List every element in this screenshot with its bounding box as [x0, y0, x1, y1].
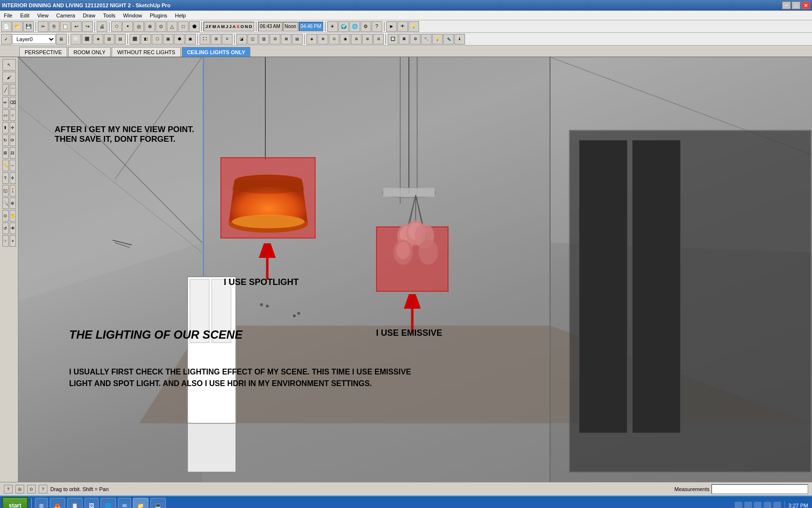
zoomfit-tool[interactable]: ⊙ — [2, 210, 9, 222]
walk-tool[interactable]: 🚶 — [10, 185, 16, 196]
vray-icon-11[interactable]: 🔧 — [421, 34, 432, 45]
vray-icon-2[interactable]: ⊕ — [318, 34, 328, 45]
menu-edit[interactable]: Edit — [16, 12, 33, 19]
tb2-icon-4[interactable]: ▦ — [163, 34, 174, 45]
vray-icon-8[interactable]: 🔲 — [388, 34, 398, 45]
tb2-icon-6[interactable]: ▣ — [185, 34, 196, 45]
offset-tool[interactable]: ⊟ — [10, 147, 16, 159]
tb2-icon-12[interactable]: ▥ — [259, 34, 269, 45]
view-front[interactable]: ⬛ — [82, 34, 92, 45]
paint-tool[interactable]: 🖌 — [2, 72, 16, 83]
view-iso[interactable]: ◈ — [93, 34, 103, 45]
tb-icon-2[interactable]: ✦ — [122, 21, 133, 32]
view-top[interactable]: ⬜ — [71, 34, 81, 45]
taskbar-app-5[interactable]: 🌐 — [101, 498, 116, 508]
vray-icon-10[interactable]: ⚙ — [410, 34, 420, 45]
taskbar-app-8[interactable]: 💻 — [150, 498, 166, 508]
push-tool[interactable]: ⬆ — [2, 122, 9, 134]
menu-draw[interactable]: Draw — [79, 12, 99, 19]
layer-btn[interactable]: ⊞ — [56, 34, 67, 45]
menu-help[interactable]: Help — [171, 12, 190, 19]
select-tool[interactable]: ↖ — [2, 59, 16, 71]
view-icon[interactable]: 👁 — [397, 21, 408, 32]
menu-window[interactable]: Window — [119, 12, 146, 19]
axis-tool[interactable]: ✛ — [10, 172, 16, 184]
tb-icon-4[interactable]: ⊕ — [145, 21, 155, 32]
section-tool[interactable]: ◱ — [2, 185, 9, 196]
tab-room-only[interactable]: ROOM ONLY — [68, 47, 111, 57]
tab-ceiling-lights[interactable]: CEILING LIGHTS ONLY — [182, 47, 251, 57]
tb2-icon-2[interactable]: ◧ — [141, 34, 151, 45]
tb-icon-6[interactable]: △ — [167, 21, 177, 32]
rect-tool[interactable]: ▭ — [2, 109, 9, 121]
status-help-icon[interactable]: ? — [39, 485, 47, 493]
move-tool[interactable]: ✛ — [10, 122, 16, 134]
pan-tool[interactable]: ✋ — [10, 210, 16, 222]
copy-button[interactable]: ⎘ — [49, 21, 59, 32]
measurements-input[interactable] — [711, 484, 808, 494]
line-tool[interactable]: ╱ — [2, 84, 9, 96]
tb2-icon-8[interactable]: ⊞ — [211, 34, 221, 45]
tb2-icon-1[interactable]: ⬛ — [130, 34, 140, 45]
tb2-icon-10[interactable]: ◪ — [236, 34, 247, 45]
arc-tool[interactable]: ⌒ — [10, 84, 16, 96]
cut-button[interactable]: ✂ — [38, 21, 48, 32]
menu-view[interactable]: View — [33, 12, 53, 19]
vray-icon-12[interactable]: 💡 — [432, 34, 443, 45]
menu-tools[interactable]: Tools — [99, 12, 119, 19]
undo-button[interactable]: ↩ — [71, 21, 82, 32]
measure-tool[interactable]: ⌖ — [10, 235, 16, 247]
new-button[interactable]: 📄 — [1, 21, 12, 32]
layer-visibility[interactable]: ✓ — [1, 34, 12, 45]
geo-icon2[interactable]: 🌐 — [349, 21, 360, 32]
look-tool[interactable]: 👁 — [10, 223, 16, 234]
view-back[interactable]: ▧ — [115, 34, 126, 45]
vray-icon-9[interactable]: 🔳 — [399, 34, 409, 45]
follow-tool[interactable]: ⟳ — [10, 134, 16, 146]
taskbar-app-3[interactable]: 📋 — [67, 498, 83, 508]
pencil-tool[interactable]: ✏ — [2, 97, 9, 108]
hand-tool[interactable]: ☞ — [2, 235, 9, 247]
geo-icon[interactable]: 🌍 — [338, 21, 349, 32]
dim-tool[interactable]: ↔ — [10, 160, 16, 171]
menu-camera[interactable]: Camera — [52, 12, 79, 19]
status-icon-2[interactable]: ◎ — [15, 485, 24, 493]
taskbar-app-7[interactable]: 📁 — [133, 498, 148, 508]
tape-tool[interactable]: 📏 — [2, 160, 9, 171]
print-button[interactable]: 🖨 — [97, 21, 107, 32]
open-button[interactable]: 📂 — [12, 21, 23, 32]
vray-icon-14[interactable]: 🌡 — [454, 34, 465, 45]
status-icon-3[interactable]: ⊙ — [27, 485, 36, 493]
minimize-button[interactable]: − — [782, 1, 791, 9]
paste-button[interactable]: 📋 — [60, 21, 71, 32]
tb2-icon-14[interactable]: ⊠ — [281, 34, 291, 45]
text-tool[interactable]: T — [2, 172, 9, 184]
vray-icon-6[interactable]: ⊛ — [362, 34, 373, 45]
menu-file[interactable]: File — [0, 12, 16, 19]
scale-tool[interactable]: ⊞ — [2, 147, 9, 159]
viewport[interactable]: AFTER I GET MY NICE VIEW POINT. THEN SAV… — [18, 57, 812, 482]
taskbar-app-1[interactable]: ⊞ — [35, 498, 48, 508]
zoom-tool[interactable]: 🔍 — [2, 197, 9, 209]
view-right[interactable]: ▨ — [104, 34, 115, 45]
sun-icon[interactable]: ☀ — [327, 21, 338, 32]
taskbar-app-6[interactable]: ✉ — [118, 498, 131, 508]
zoomwin-tool[interactable]: ⊕ — [10, 197, 16, 209]
vray-icon-5[interactable]: ⊚ — [351, 34, 362, 45]
light-icon[interactable]: 💡 — [408, 21, 419, 32]
tab-without-rec[interactable]: WITHOUT REC LIGHTS — [112, 47, 180, 57]
tb2-icon-3[interactable]: ⬡ — [152, 34, 162, 45]
start-button[interactable]: start — [2, 497, 28, 508]
render-icon[interactable]: ▶ — [386, 21, 397, 32]
layer-select[interactable]: Layer0 — [12, 34, 56, 44]
redo-button[interactable]: ↪ — [82, 21, 93, 32]
tb2-icon-11[interactable]: ◫ — [247, 34, 258, 45]
tb-icon-3[interactable]: ◎ — [133, 21, 144, 32]
vray-icon-13[interactable]: 🔦 — [443, 34, 454, 45]
save-button[interactable]: 💾 — [23, 21, 34, 32]
rotate-tool[interactable]: ↻ — [2, 134, 9, 146]
vray-icon-7[interactable]: ⊜ — [373, 34, 384, 45]
tb-icon-8[interactable]: ⬟ — [189, 21, 200, 32]
taskbar-app-2[interactable]: 🦊 — [50, 498, 65, 508]
close-button[interactable]: ✕ — [801, 1, 810, 9]
